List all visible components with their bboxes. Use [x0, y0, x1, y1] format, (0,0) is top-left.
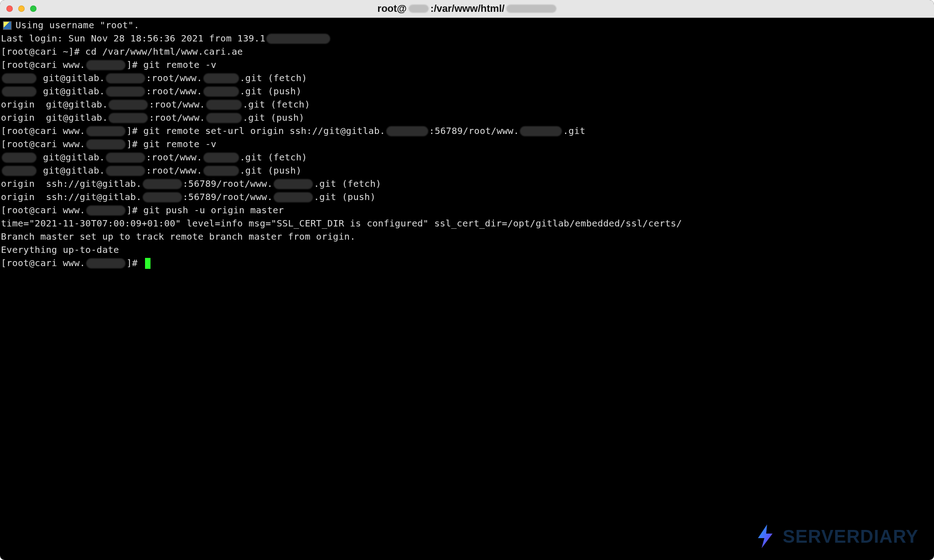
terminal-text: origin git@gitlab. [1, 111, 108, 124]
terminal-line: [root@cari www.]# git remote -v [1, 138, 933, 151]
terminal-text: time="2021-11-30T07:00:09+01:00" level=i… [1, 217, 682, 230]
terminal-text: :root/www. [146, 72, 202, 85]
terminal-line: origin ssh://git@gitlab.:56789/root/www.… [1, 177, 933, 190]
terminal-line: git@gitlab.:root/www..git (fetch) [1, 151, 933, 164]
terminal-text: .git [563, 124, 585, 138]
terminal-text: .git (push) [240, 85, 302, 98]
redaction [106, 153, 145, 163]
redaction [274, 192, 313, 202]
redaction [106, 87, 145, 97]
terminal-line: [root@cari www.]# git remote set-url ori… [1, 124, 933, 138]
terminal-line: Last login: Sun Nov 28 18:56:36 2021 fro… [1, 32, 933, 45]
terminal-text: git@gitlab. [37, 72, 105, 85]
redaction [203, 87, 239, 97]
watermark: SERVERDIARY [752, 523, 918, 550]
terminal-text: git@gitlab. [37, 85, 105, 98]
redaction [2, 73, 36, 83]
redaction [386, 126, 428, 136]
redaction [86, 139, 125, 149]
redaction [143, 192, 182, 202]
terminal-line: Everything up-to-date [1, 243, 933, 257]
redaction [106, 166, 145, 176]
terminal-line: [root@cari www.]# [1, 257, 933, 270]
redaction [143, 179, 182, 189]
terminal-text: Branch master set up to track remote bra… [1, 230, 355, 243]
title-middle: :/var/www/html/ [431, 3, 505, 15]
terminal-line: git@gitlab.:root/www..git (push) [1, 164, 933, 177]
terminal-text: [root@cari ~]# cd /var/www/html/www.cari… [1, 45, 243, 58]
redaction [203, 73, 239, 83]
terminal-line: origin git@gitlab.:root/www..git (fetch) [1, 98, 933, 111]
terminal-line: git@gitlab.:root/www..git (push) [1, 85, 933, 98]
terminal-text: :root/www. [149, 111, 205, 124]
terminal-text: origin git@gitlab. [1, 98, 108, 111]
terminal-text: .git (push) [243, 111, 305, 124]
zoom-icon[interactable] [30, 5, 36, 12]
redaction [266, 34, 330, 44]
terminal-line: [root@cari ~]# cd /var/www/html/www.cari… [1, 45, 933, 58]
terminal-text: ]# git push -u origin master [126, 204, 284, 217]
terminal-text: origin ssh://git@gitlab. [1, 177, 142, 190]
terminal-line: [root@cari www.]# git remote -v [1, 58, 933, 72]
terminal-text: [root@cari www. [1, 124, 85, 138]
redaction [2, 87, 36, 97]
window-controls [0, 5, 36, 12]
redaction [520, 126, 562, 136]
close-icon[interactable] [6, 5, 13, 12]
redaction [86, 60, 125, 70]
title-prefix: root@ [378, 3, 407, 15]
redaction [86, 258, 125, 268]
terminal-text: .git (push) [314, 190, 376, 204]
putty-icon [3, 21, 12, 30]
terminal-text: .git (push) [240, 164, 302, 177]
terminal-text: :root/www. [146, 151, 202, 164]
terminal-text: :root/www. [146, 164, 202, 177]
redaction [274, 179, 313, 189]
terminal-text: ]# git remote -v [126, 138, 216, 151]
terminal-text: [root@cari www. [1, 257, 85, 270]
terminal-line: time="2021-11-30T07:00:09+01:00" level=i… [1, 217, 933, 230]
terminal-window: root@ :/var/www/html/ Using username "ro… [0, 0, 934, 560]
redaction [86, 126, 125, 136]
terminal-text: [root@cari www. [1, 138, 85, 151]
terminal-text: .git (fetch) [314, 177, 381, 190]
minimize-icon[interactable] [18, 5, 25, 12]
terminal-text: git@gitlab. [37, 164, 105, 177]
terminal-text: ]# git remote -v [126, 58, 216, 72]
terminal-text: ]# [126, 257, 143, 270]
title-redaction [506, 5, 556, 13]
terminal-text: [root@cari www. [1, 204, 85, 217]
terminal-text: Everything up-to-date [1, 243, 119, 257]
redaction [86, 206, 125, 216]
terminal-text: .git (fetch) [240, 151, 307, 164]
terminal-text: [root@cari www. [1, 58, 85, 72]
terminal-text: .git (fetch) [243, 98, 310, 111]
terminal-text: :56789/root/www. [183, 177, 273, 190]
terminal-text: origin ssh://git@gitlab. [1, 190, 142, 204]
redaction [2, 153, 36, 163]
terminal-text: :root/www. [149, 98, 205, 111]
redaction [203, 153, 239, 163]
terminal-line: Using username "root". [1, 19, 933, 32]
terminal-text: .git (fetch) [240, 72, 307, 85]
terminal-body[interactable]: Using username "root".Last login: Sun No… [0, 19, 934, 560]
lightning-icon [752, 523, 779, 550]
terminal-text: :56789/root/www. [183, 190, 273, 204]
redaction [206, 113, 242, 123]
terminal-line: Branch master set up to track remote bra… [1, 230, 933, 243]
terminal-text: ]# git remote set-url origin ssh://git@g… [126, 124, 385, 138]
watermark-text: SERVERDIARY [783, 526, 918, 547]
terminal-line: [root@cari www.]# git push -u origin mas… [1, 204, 933, 217]
terminal-text: Using username "root". [16, 19, 140, 32]
terminal-text: :root/www. [146, 85, 202, 98]
redaction [106, 73, 145, 83]
redaction [109, 113, 148, 123]
terminal-line: origin git@gitlab.:root/www..git (push) [1, 111, 933, 124]
titlebar: root@ :/var/www/html/ [0, 0, 934, 18]
redaction [203, 166, 239, 176]
window-title: root@ :/var/www/html/ [0, 3, 934, 15]
terminal-text: git@gitlab. [37, 151, 105, 164]
redaction [109, 100, 148, 110]
terminal-text: Last login: Sun Nov 28 18:56:36 2021 fro… [1, 32, 265, 45]
cursor [145, 258, 150, 269]
